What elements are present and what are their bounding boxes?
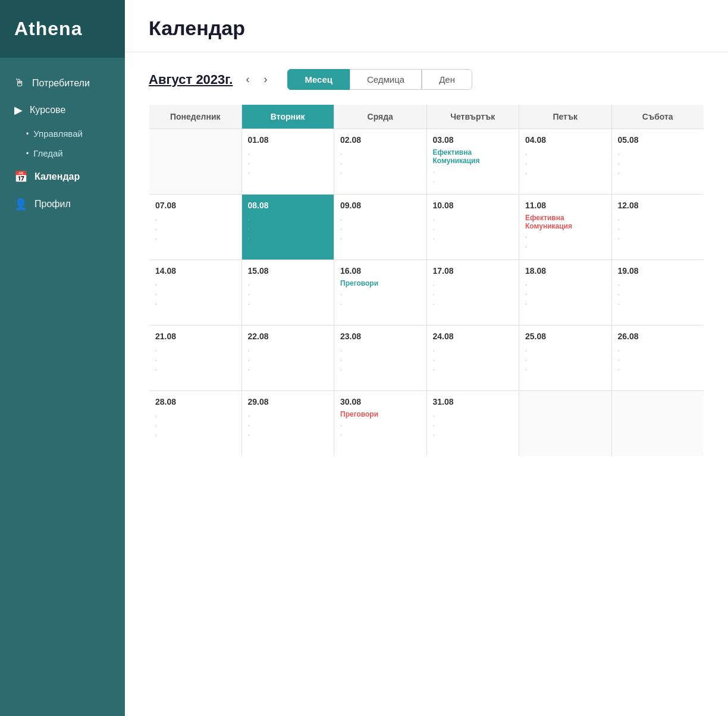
calendar-day[interactable]: 15.08... — [241, 260, 334, 326]
courses-icon: ▶ — [14, 104, 23, 117]
day-number: 07.08 — [155, 201, 236, 210]
event-dot: . — [525, 298, 605, 307]
event-dot: . — [155, 279, 236, 287]
event-dot: . — [618, 148, 698, 157]
view-buttons: Месец Седмица Ден — [287, 69, 472, 90]
event-dot: . — [618, 289, 698, 297]
day-number: 15.08 — [248, 266, 328, 276]
calendar-day[interactable]: 11.08Ефективна Комуникация.. — [519, 195, 612, 260]
event-red: Преговори — [340, 410, 421, 418]
header-wed: Сряда — [334, 105, 427, 129]
calendar-day[interactable]: 25.08... — [519, 326, 612, 391]
calendar-day[interactable]: 21.08... — [149, 326, 242, 391]
day-number: 09.08 — [340, 201, 421, 210]
sidebar-item-courses[interactable]: ▶ Курсове — [0, 96, 125, 124]
event-dot: . — [248, 289, 328, 297]
event-dot: . — [155, 298, 236, 307]
day-number: 23.08 — [340, 332, 421, 341]
event-red: Ефективна Комуникация — [525, 214, 605, 230]
event-green: Ефективна Комуникация — [433, 148, 513, 165]
event-dot: . — [340, 148, 421, 157]
view-month-button[interactable]: Месец — [287, 69, 350, 90]
view-day-button[interactable]: Ден — [422, 69, 472, 90]
day-number: 21.08 — [155, 332, 236, 341]
event-dot: . — [618, 233, 698, 241]
event-dot: . — [155, 223, 236, 232]
event-dot: . — [618, 279, 698, 287]
sidebar-item-manage[interactable]: Управлявай — [0, 124, 125, 143]
event-dot: . — [618, 167, 698, 176]
day-number: 01.08 — [248, 135, 328, 145]
calendar-day[interactable]: 28.08... — [149, 391, 242, 457]
calendar-day[interactable]: 07.08... — [149, 195, 242, 260]
calendar-day[interactable]: 30.08Преговори.. — [334, 391, 427, 457]
event-dot: . — [433, 298, 513, 307]
calendar-day[interactable]: 18.08... — [519, 260, 612, 326]
calendar-day[interactable]: 31.08... — [426, 391, 519, 457]
calendar-day[interactable]: 23.08... — [334, 326, 427, 391]
prev-month-button[interactable]: ‹ — [242, 72, 253, 87]
month-label: Август 2023г. — [149, 72, 233, 87]
event-dot: . — [525, 364, 605, 372]
calendar-day[interactable]: 10.08... — [426, 195, 519, 260]
calendar-day[interactable]: 01.08... — [241, 129, 334, 195]
sidebar-item-profile[interactable]: 👤 Профил — [0, 190, 125, 218]
event-dot: . — [248, 354, 328, 362]
next-month-button[interactable]: › — [260, 72, 271, 87]
calendar-day[interactable] — [611, 391, 704, 457]
day-headers-row: Понеделник Вторник Сряда Четвъртък Петък… — [149, 105, 704, 129]
event-dot: . — [618, 158, 698, 166]
sidebar-item-calendar[interactable]: 📅 Календар — [0, 163, 125, 190]
day-number: 24.08 — [433, 332, 513, 341]
event-green: Преговори — [340, 279, 421, 287]
calendar-day[interactable]: 16.08Преговори.. — [334, 260, 427, 326]
calendar-day[interactable]: 09.08... — [334, 195, 427, 260]
day-number: 28.08 — [155, 397, 236, 407]
calendar-day[interactable]: 03.08Ефективна Комуникация.. — [426, 129, 519, 195]
event-dot: . — [340, 364, 421, 372]
event-dot: . — [433, 289, 513, 297]
event-dot: . — [340, 289, 421, 297]
event-dot: . — [618, 214, 698, 222]
calendar-day[interactable]: 22.08... — [241, 326, 334, 391]
calendar-day[interactable]: 05.08... — [611, 129, 704, 195]
event-dot: . — [248, 364, 328, 372]
calendar-day[interactable]: 02.08... — [334, 129, 427, 195]
calendar-day[interactable] — [149, 129, 242, 195]
event-dot: . — [248, 214, 328, 222]
event-dot: . — [248, 223, 328, 232]
day-number: 12.08 — [618, 201, 698, 210]
event-dot: . — [433, 429, 513, 437]
event-dot: . — [433, 345, 513, 353]
view-week-button[interactable]: Седмица — [350, 69, 422, 90]
calendar-day[interactable]: 17.08... — [426, 260, 519, 326]
profile-icon: 👤 — [14, 198, 27, 211]
event-dot: . — [340, 420, 421, 428]
event-dot: . — [618, 354, 698, 362]
header-thu: Четвъртък — [426, 105, 519, 129]
sidebar-item-watch[interactable]: Гледай — [0, 143, 125, 163]
calendar-day[interactable]: 12.08... — [611, 195, 704, 260]
calendar-day[interactable]: 24.08... — [426, 326, 519, 391]
calendar-day[interactable]: 04.08... — [519, 129, 612, 195]
sidebar-item-calendar-label: Календар — [34, 171, 80, 182]
event-dot: . — [618, 298, 698, 307]
event-dot: . — [248, 345, 328, 353]
day-number: 18.08 — [525, 266, 605, 276]
calendar-day[interactable] — [519, 391, 612, 457]
event-dot: . — [618, 223, 698, 232]
event-dot: . — [618, 364, 698, 372]
calendar-day[interactable]: 26.08... — [611, 326, 704, 391]
day-number: 25.08 — [525, 332, 605, 341]
calendar-day[interactable]: 29.08... — [241, 391, 334, 457]
calendar-day[interactable]: 14.08... — [149, 260, 242, 326]
event-dot: . — [248, 410, 328, 418]
event-dot: . — [248, 158, 328, 166]
calendar-day[interactable]: 08.08... — [241, 195, 334, 260]
event-dot: . — [340, 214, 421, 222]
day-number: 14.08 — [155, 266, 236, 276]
calendar-day[interactable]: 19.08... — [611, 260, 704, 326]
sidebar-item-users[interactable]: 🖱 Потребители — [0, 70, 125, 96]
event-dot: . — [433, 279, 513, 287]
event-dot: . — [340, 233, 421, 241]
